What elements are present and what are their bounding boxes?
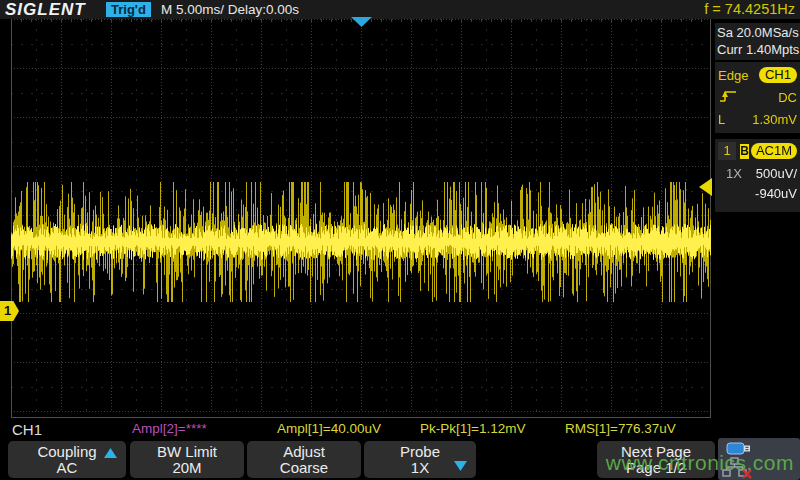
- trigger-coupling-label: DC: [778, 90, 797, 105]
- measurement-ampl2: Ampl[2]=****: [132, 421, 207, 436]
- measurement-ampl1: Ampl[1]=40.00uV: [277, 421, 381, 436]
- trigger-source-badge: CH1: [759, 67, 797, 83]
- bandwidth-limit-badge: B: [740, 144, 749, 159]
- channel-number-badge: 1: [718, 142, 736, 160]
- menu-button-bw-limit[interactable]: BW Limit 20M: [130, 441, 244, 478]
- oscilloscope-screen: SIGLENT Trig'd M 5.00ms/ Delay:0.00s f =…: [0, 0, 800, 480]
- probe-attenuation-readout: 1X: [718, 166, 750, 181]
- waveform-display: [11, 19, 711, 418]
- menu-button-title: Adjust: [247, 443, 361, 460]
- menu-button-value: 20M: [130, 460, 244, 476]
- measurement-pkpk1: Pk-Pk[1]=1.12mV: [420, 421, 525, 436]
- brand-logo: SIGLENT: [5, 0, 86, 20]
- frequency-counter: f = 74.4251Hz: [704, 1, 795, 17]
- channel-offset-readout: -940uV: [718, 185, 797, 203]
- timebase-delay-readout[interactable]: M 5.00ms/ Delay:0.00s: [161, 2, 299, 17]
- menu-button-title: Probe: [364, 443, 476, 460]
- menu-button-adjust[interactable]: Adjust Coarse: [247, 441, 361, 478]
- menu-button-coupling[interactable]: Coupling AC: [8, 441, 126, 478]
- trigger-level-value: 1.30mV: [752, 112, 797, 127]
- trigger-status-badge: Trig'd: [106, 2, 151, 17]
- sample-rate-readout: Sa 20.0MSa/s: [717, 24, 798, 41]
- trigger-info-panel[interactable]: Edge CH1 DC L 1.30mV: [715, 62, 800, 133]
- menu-button-value: AC: [8, 460, 126, 476]
- top-status-bar: SIGLENT Trig'd M 5.00ms/ Delay:0.00s f =…: [0, 0, 800, 19]
- channel1-info-panel[interactable]: 1 B AC1M 1X 500uV/ -940uV: [715, 139, 800, 212]
- menu-button-title: BW Limit: [130, 443, 244, 460]
- menu-button-value: Coarse: [247, 460, 361, 476]
- rising-edge-icon: [718, 88, 738, 107]
- measurement-rms1: RMS[1]=776.37uV: [565, 421, 676, 436]
- trigger-level-label: L: [718, 112, 725, 127]
- menu-button-probe[interactable]: Probe 1X: [364, 441, 476, 478]
- volts-per-div-readout: 500uV/: [750, 166, 797, 181]
- acquisition-info-panel: Sa 20.0MSa/s Curr 1.40Mpts: [715, 23, 800, 60]
- channel-coupling-badge: AC1M: [751, 143, 797, 159]
- memory-depth-readout: Curr 1.40Mpts: [717, 41, 798, 58]
- watermark-text: www.cntronics.com: [606, 451, 794, 475]
- trigger-mode-label: Edge: [718, 68, 748, 83]
- measurement-bar: CH1 Ampl[2]=**** Ampl[1]=40.00uV Pk-Pk[1…: [0, 420, 800, 439]
- active-channel-label: CH1: [12, 421, 42, 438]
